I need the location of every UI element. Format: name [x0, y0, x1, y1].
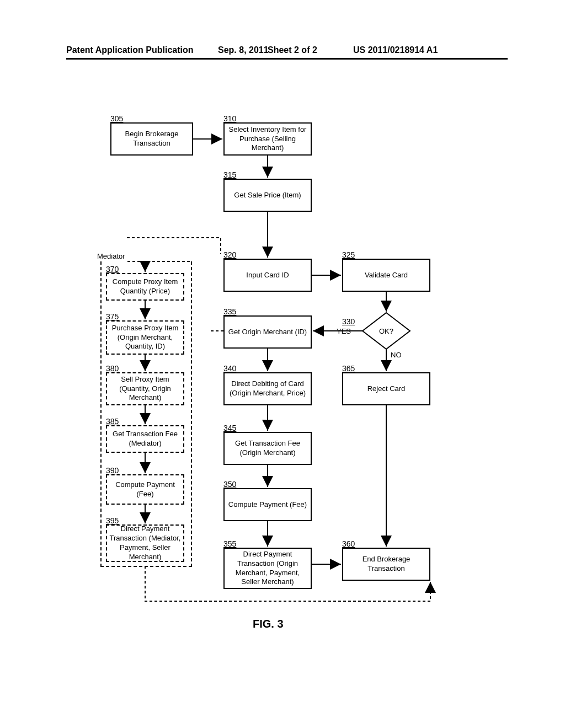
box-validate-card: Validate Card [342, 259, 430, 292]
box-input-card-id: Input Card ID [223, 259, 312, 292]
box-reject-card: Reject Card [342, 372, 430, 405]
box-get-transaction-fee-origin: Get Transaction Fee (Origin Merchant) [223, 432, 312, 465]
ref-345: 345 [223, 424, 236, 432]
mediator-container [100, 261, 192, 567]
box-get-transaction-fee-mediator: Get Transaction Fee (Mediator) [106, 425, 184, 453]
ref-310: 310 [223, 114, 236, 123]
ref-355: 355 [223, 539, 236, 548]
box-sell-proxy-item: Sell Proxy Item (Quantity, Origin Mercha… [106, 372, 184, 405]
decision-ok: OK? [361, 312, 411, 352]
label-no: NO [391, 351, 402, 359]
box-direct-debiting: Direct Debiting of Card (Origin Merchant… [223, 372, 312, 405]
box-direct-payment-mediator: Direct Payment Transaction (Mediator, Pa… [106, 524, 184, 562]
ref-360: 360 [342, 539, 355, 548]
box-purchase-proxy-item: Purchase Proxy Item (Origin Merchant, Qu… [106, 320, 184, 355]
box-compute-payment-mediator: Compute Payment (Fee) [106, 474, 184, 505]
ref-305: 305 [110, 114, 123, 123]
box-begin-brokerage: Begin Brokerage Transaction [110, 122, 193, 156]
flowchart: 305 310 315 320 325 330 335 340 345 350 … [0, 0, 565, 728]
box-direct-payment-origin: Direct Payment Transaction (Origin Merch… [223, 548, 312, 589]
label-mediator: Mediator [97, 252, 125, 260]
ref-335: 335 [223, 307, 236, 316]
ref-350: 350 [223, 480, 236, 489]
box-get-origin-merchant: Get Origin Merchant (ID) [223, 315, 312, 349]
figure-label: FIG. 3 [253, 618, 284, 630]
ref-315: 315 [223, 170, 236, 179]
box-compute-proxy-quantity: Compute Proxy Item Quantity (Price) [106, 273, 184, 301]
box-end-brokerage: End Brokerage Transaction [342, 548, 430, 581]
ref-325: 325 [342, 250, 355, 259]
box-select-inventory: Select Inventory Item for Purchase (Sell… [223, 122, 312, 156]
ref-320: 320 [223, 250, 236, 259]
ref-340: 340 [223, 364, 236, 373]
ref-365: 365 [342, 364, 355, 373]
box-compute-payment: Compute Payment (Fee) [223, 488, 312, 521]
label-yes: YES [337, 327, 351, 335]
ref-330: 330 [342, 317, 355, 326]
box-get-sale-price: Get Sale Price (Item) [223, 179, 312, 212]
